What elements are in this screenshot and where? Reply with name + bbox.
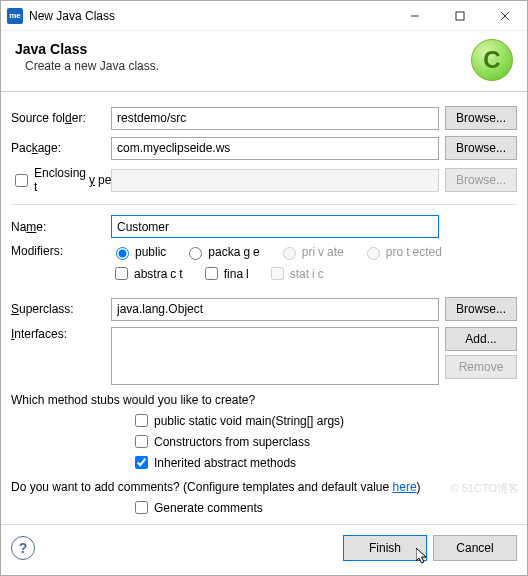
page-title: Java Class [15, 41, 513, 57]
app-icon: me [7, 8, 23, 24]
dialog-header: Java Class Create a new Java class. C [1, 31, 527, 91]
maximize-button[interactable] [437, 1, 482, 31]
interfaces-label: Interfaces: [11, 327, 111, 341]
name-label: Name: [11, 220, 111, 234]
help-button[interactable]: ? [11, 536, 35, 560]
generate-comments-checkbox[interactable]: Generate comments [131, 498, 517, 517]
modifier-package-radio[interactable]: package [184, 244, 259, 260]
watermark: © 51CTO博客 [451, 481, 519, 496]
window-title: New Java Class [29, 9, 392, 23]
modifier-static-checkbox: static [267, 264, 324, 283]
modifier-protected-radio: protected [362, 244, 442, 260]
enclosing-type-checkbox[interactable]: Enclosing type: [11, 166, 111, 194]
browse-package-button[interactable]: Browse... [445, 136, 517, 160]
stubs-question: Which method stubs would you like to cre… [11, 393, 517, 407]
name-input[interactable] [111, 215, 439, 238]
modifier-public-radio[interactable]: public [111, 244, 166, 260]
minimize-button[interactable] [392, 1, 437, 31]
package-input[interactable] [111, 137, 439, 160]
finish-button[interactable]: Finish [343, 535, 427, 561]
package-label: Package: [11, 141, 111, 155]
modifier-abstract-checkbox[interactable]: abstract [111, 264, 183, 283]
source-folder-label: Source folder: [11, 111, 111, 125]
enclosing-type-input [111, 169, 439, 192]
modifier-final-checkbox[interactable]: final [201, 264, 249, 283]
cursor-icon [416, 548, 430, 566]
modifiers-label: Modifiers: [11, 244, 111, 258]
cancel-button[interactable]: Cancel [433, 535, 517, 561]
interfaces-list[interactable] [111, 327, 439, 385]
configure-templates-link[interactable]: here [393, 480, 417, 494]
superclass-input[interactable] [111, 298, 439, 321]
stub-inherited-checkbox[interactable]: Inherited abstract methods [131, 453, 517, 472]
class-icon: C [471, 39, 513, 81]
browse-enclosing-button: Browse... [445, 168, 517, 192]
remove-interface-button: Remove [445, 355, 517, 379]
browse-source-button[interactable]: Browse... [445, 106, 517, 130]
add-interface-button[interactable]: Add... [445, 327, 517, 351]
titlebar: me New Java Class [1, 1, 527, 31]
separator-1 [11, 204, 517, 205]
modifier-private-radio: private [278, 244, 344, 260]
stub-main-checkbox[interactable]: public static void main(String[] args) [131, 411, 517, 430]
stub-constructors-checkbox[interactable]: Constructors from superclass [131, 432, 517, 451]
browse-superclass-button[interactable]: Browse... [445, 297, 517, 321]
superclass-label: Superclass: [11, 302, 111, 316]
svg-rect-1 [456, 12, 464, 20]
comments-question: Do you want to add comments? (Configure … [11, 480, 517, 494]
close-button[interactable] [482, 1, 527, 31]
source-folder-input[interactable] [111, 107, 439, 130]
page-subtitle: Create a new Java class. [15, 59, 513, 73]
